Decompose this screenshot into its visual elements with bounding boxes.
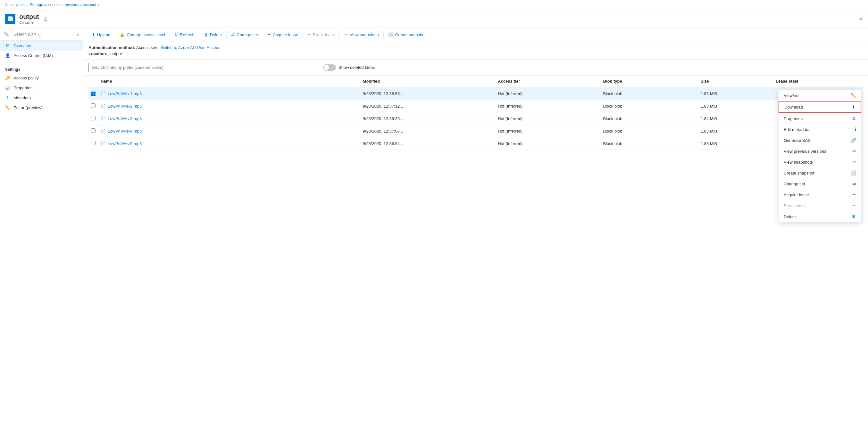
properties-icon: 📊 — [5, 85, 10, 90]
close-button[interactable]: × — [859, 15, 863, 23]
breadcrumb-storage-accounts[interactable]: Storage accounts — [30, 3, 60, 7]
toolbar: ⬆ Upload 🔒 Change access level ↻ Refresh… — [83, 28, 868, 42]
create-snapshot-button[interactable]: ⬜ Create snapshot — [385, 30, 429, 39]
sidebar-item-editor[interactable]: ✏️ Editor (preview) — [0, 103, 83, 113]
sidebar-item-access-policy[interactable]: 🔑 Access policy — [0, 73, 83, 83]
row-checkbox[interactable] — [91, 103, 95, 108]
file-name-link[interactable]: LowPriVMs-4.mp3 — [108, 129, 142, 134]
iam-icon: 👤 — [5, 53, 10, 58]
sidebar-collapse-button[interactable]: « — [76, 32, 79, 37]
auth-line: Authentication method: Access key Switch… — [89, 45, 863, 50]
editor-icon: ✏️ — [5, 105, 10, 110]
table-row: ✓📄LowPriVMs-1.mp39/28/2020, 12:36:55 ...… — [89, 87, 863, 100]
sidebar-item-metadata-label: Metadata — [13, 95, 31, 100]
sidebar-item-iam[interactable]: 👤 Access Control (IAM) — [0, 50, 83, 61]
context-menu-item-label: View snapshots — [784, 160, 813, 165]
context-menu-item[interactable]: View snapshots↩ — [779, 157, 861, 168]
change-access-button[interactable]: 🔒 Change access level — [116, 30, 168, 39]
view-snapshots-icon: ↩ — [344, 32, 348, 37]
context-menu-item[interactable]: Change tier⇄ — [779, 178, 861, 189]
file-name-link[interactable]: LowPriVMs-3.mp3 — [108, 116, 142, 121]
row-checkbox[interactable] — [91, 128, 95, 133]
context-menu-item-label: Delete — [784, 214, 796, 219]
info-bar: Authentication method: Access key Switch… — [83, 42, 868, 60]
page-header: output Container 🖨 × — [0, 10, 868, 28]
context-menu-item[interactable]: Edit metadataℹ — [779, 124, 861, 135]
context-menu-item-icon: ⬜ — [851, 170, 856, 175]
file-icon: 📄 — [101, 141, 106, 146]
context-menu-item-icon: ℹ — [855, 127, 856, 132]
context-menu-item[interactable]: Acquire lease✒ — [779, 189, 861, 200]
col-blobtype-header: Blob type — [601, 76, 698, 87]
context-menu-item[interactable]: View previous versions↩ — [779, 146, 861, 157]
view-snapshots-button[interactable]: ↩ View snapshots — [341, 30, 382, 39]
break-lease-icon: ✒ — [307, 32, 311, 37]
settings-header: Settings — [0, 63, 83, 73]
acquire-lease-icon: ✒ — [268, 32, 271, 37]
break-lease-button[interactable]: ✒ Break lease — [304, 30, 338, 39]
row-checkbox[interactable]: ✓ — [91, 92, 95, 96]
context-menu-item-icon: ⬇ — [851, 104, 856, 109]
file-name-link[interactable]: LowPriVMs-2.mp3 — [108, 104, 142, 108]
cell-access_tier: Hot (Inferred) — [495, 137, 600, 150]
cell-modified: 9/28/2020, 12:36:39 ... — [360, 112, 496, 125]
refresh-button[interactable]: ↻ Refresh — [171, 30, 198, 39]
file-name-link[interactable]: LowPriVMs-5.mp3 — [108, 141, 142, 146]
context-menu-item-icon: ✒ — [852, 203, 856, 208]
row-checkbox[interactable] — [91, 141, 95, 145]
sidebar-item-overview-label: Overview — [13, 43, 31, 48]
change-tier-button[interactable]: ⇄ Change tier — [228, 30, 261, 39]
breadcrumb-account[interactable]: mystorageaccount — [65, 3, 96, 7]
cell-modified: 9/28/2020, 12:36:55 ... — [360, 87, 496, 100]
change-access-icon: 🔒 — [120, 32, 125, 37]
col-actions-header — [848, 76, 863, 87]
show-deleted-toggle[interactable] — [323, 64, 336, 71]
col-size-header: Size — [698, 76, 773, 87]
location-label: Location: — [89, 51, 107, 56]
context-menu-item[interactable]: Delete🗑 — [779, 211, 861, 222]
sidebar-item-metadata[interactable]: ℹ Metadata — [0, 93, 83, 103]
main-content: ⬆ Upload 🔒 Change access level ↻ Refresh… — [83, 28, 868, 437]
context-menu-item[interactable]: Create snapshot⬜ — [779, 168, 861, 178]
breadcrumb-sep2: › — [62, 3, 63, 7]
delete-button[interactable]: 🗑 Delete — [200, 30, 225, 39]
select-all-header — [89, 76, 98, 87]
sidebar-search-input[interactable] — [11, 30, 75, 38]
context-menu-item[interactable]: Download⬇ — [779, 101, 861, 113]
context-menu-item[interactable]: Properties⚙ — [779, 113, 861, 124]
context-menu-item[interactable]: View/edit✏️ — [779, 90, 861, 101]
print-button[interactable]: 🖨 — [43, 16, 48, 22]
show-deleted-label: Show deleted blobs — [339, 65, 375, 70]
context-menu-item-label: Download — [784, 105, 803, 109]
blob-search-input[interactable] — [89, 63, 319, 72]
switch-link[interactable]: Switch to Azure AD User Account — [160, 45, 221, 50]
context-menu-item-label: Create snapshot — [784, 171, 814, 175]
sidebar-item-overview[interactable]: ⊞ Overview — [0, 41, 83, 50]
table-header-row: Name Modified Access tier Blob type Size… — [89, 76, 863, 87]
col-lease-header: Lease state — [773, 76, 848, 87]
cell-size: 1.83 MiB — [698, 100, 773, 112]
breadcrumb-sep1: › — [27, 3, 28, 7]
toolbar-sep1 — [115, 31, 115, 39]
page-title: output — [19, 13, 39, 21]
upload-button[interactable]: ⬆ Upload — [89, 30, 114, 39]
context-menu-item[interactable]: Generate SAS🔗 — [779, 135, 861, 146]
breadcrumb-all-services[interactable]: All services — [5, 3, 25, 7]
sidebar-item-properties[interactable]: 📊 Properties — [0, 83, 83, 93]
context-menu-item-label: Edit metadata — [784, 127, 809, 132]
acquire-lease-button[interactable]: ✒ Acquire lease — [265, 30, 302, 39]
breadcrumb-sep3: › — [98, 3, 99, 7]
row-checkbox[interactable] — [91, 116, 95, 121]
cell-blob_type: Block blob — [601, 112, 698, 125]
cell-size: 1.83 MiB — [698, 87, 773, 100]
context-menu-item-label: View previous versions — [784, 149, 826, 154]
file-name-link[interactable]: LowPriVMs-1.mp3 — [108, 91, 142, 96]
context-menu-item-label: Acquire lease — [784, 193, 809, 197]
auth-value: Access key — [136, 45, 157, 50]
main-layout: 🔍 « ⊞ Overview 👤 Access Control (IAM) Se… — [0, 28, 868, 437]
refresh-icon: ↻ — [174, 32, 178, 37]
table-container: Name Modified Access tier Blob type Size… — [83, 76, 868, 150]
upload-icon: ⬆ — [92, 32, 95, 37]
cell-access_tier: Hot (Inferred) — [495, 100, 600, 112]
sidebar-item-editor-label: Editor (preview) — [13, 105, 43, 110]
